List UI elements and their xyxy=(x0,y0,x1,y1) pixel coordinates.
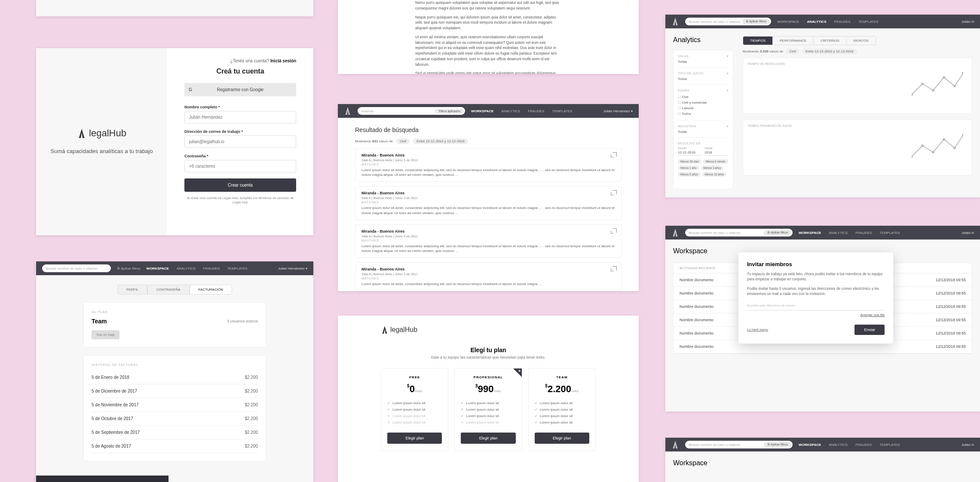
checkbox[interactable]: Laboral xyxy=(678,105,729,111)
invoice-row[interactable]: 5 de Enero de 2018$2.200 xyxy=(92,371,258,384)
filter-chip[interactable]: Civil xyxy=(786,49,799,54)
time-chip[interactable]: Menos 5 años xyxy=(678,172,701,177)
external-link-icon[interactable] xyxy=(612,190,617,194)
time-chip[interactable]: Menos 3 años xyxy=(701,166,724,170)
external-link-icon[interactable] xyxy=(612,266,617,270)
nav-templates[interactable]: TEMPLATES xyxy=(227,267,248,270)
nav-workspace[interactable]: WORKSPACE xyxy=(471,109,493,113)
dark-strip xyxy=(36,476,168,482)
nav-workspace[interactable]: WORKSPACE xyxy=(147,267,169,270)
password-input[interactable] xyxy=(184,160,296,172)
nav-analytics[interactable]: ANALYTICS xyxy=(829,231,848,235)
plan-card: TEAM$2.200/mesLorem ipsum dolor sitLorem… xyxy=(528,368,596,451)
external-link-icon[interactable] xyxy=(612,228,617,233)
logo: legalHub xyxy=(77,128,126,139)
time-chip[interactable]: Menos 1 año xyxy=(678,166,699,170)
nav-fraudes[interactable]: FRAUDES xyxy=(834,20,850,24)
tab-performance[interactable]: PERFORMANCE xyxy=(773,37,814,45)
google-signup-button[interactable]: Registrarme con Google xyxy=(184,83,296,96)
analytics-panel: Buscar nombre de caso o citación⚙ Aplica… xyxy=(665,15,980,197)
filter-chip[interactable]: Entre 12-12-2010 y 12-12-2018 xyxy=(413,138,468,144)
tab-tiempos[interactable]: TIEMPOS xyxy=(743,37,773,45)
apply-filters-button[interactable]: ⚙ Aplicar filtros xyxy=(764,230,791,235)
time-chip[interactable]: Menos 30 días xyxy=(678,159,701,164)
date-to[interactable]: 2018 xyxy=(704,150,729,156)
result-card[interactable]: Miranda - Buenos AiresSala A | Buenos Ai… xyxy=(355,224,622,258)
nav-analytics[interactable]: ANALYTICS xyxy=(177,267,196,270)
logo-icon xyxy=(671,441,679,448)
invoice-row[interactable]: 5 de Septiembre de 2017$2.200 xyxy=(92,426,258,439)
invoice-row[interactable]: 5 de Noviembre de 2017$2.200 xyxy=(92,398,258,412)
invoice-row[interactable]: 5 de Octubre de 2017$2.200 xyxy=(92,412,258,426)
user-menu[interactable]: Julián H xyxy=(962,443,974,447)
user-menu[interactable]: Julián H xyxy=(962,20,974,24)
apply-filters-button[interactable]: ⚙ Aplicar filtros xyxy=(764,442,791,447)
nav-fraudes[interactable]: FRAUDES xyxy=(855,231,872,235)
tab-facturacion[interactable]: FACTURACIÓN xyxy=(190,285,232,295)
modal-title: Invitar miembros xyxy=(747,261,885,267)
svg-point-9 xyxy=(943,138,945,141)
search-input[interactable]: mirandaFiltros aplicados xyxy=(358,107,465,115)
email-input[interactable] xyxy=(184,135,296,148)
date-from[interactable]: 12-12-2018 xyxy=(678,150,702,156)
choose-plan-button[interactable]: Elegir plan xyxy=(535,433,589,444)
time-chip[interactable]: Menos 6 meses xyxy=(703,159,728,164)
nav-templates[interactable]: TEMPLATES xyxy=(879,231,900,235)
nav-analytics[interactable]: ANALYTICS xyxy=(501,109,520,113)
invite-modal: Invitar miembros Tu espacio de trabajo y… xyxy=(738,252,893,344)
nav-analytics[interactable]: ANALYTICS xyxy=(807,20,826,24)
unsubscribe-button[interactable]: Dar de baja xyxy=(92,330,119,339)
nav-workspace[interactable]: WORKSPACE xyxy=(799,443,821,447)
search-input[interactable]: Buscar nombre de caso o citación xyxy=(42,264,111,272)
nav-fraudes[interactable]: FRAUDES xyxy=(855,443,872,447)
search-input[interactable]: Buscar nombre de caso o citación⚙ Aplica… xyxy=(685,441,793,448)
nav-templates[interactable]: TEMPLATES xyxy=(858,20,879,24)
filters-applied-pill[interactable]: Filtros aplicados xyxy=(435,109,464,114)
create-account-button[interactable]: Crear cuenta xyxy=(184,178,296,192)
nav-templates[interactable]: TEMPLATES xyxy=(879,443,900,447)
nav-fraudes[interactable]: FRAUDES xyxy=(203,267,220,270)
chevron-down-icon[interactable]: ▾ xyxy=(727,89,729,92)
chevron-down-icon[interactable]: ▾ xyxy=(727,125,729,128)
checkbox[interactable]: Todos xyxy=(678,111,729,117)
tab-perfil[interactable]: PERFIL xyxy=(117,285,147,295)
email-input[interactable]: Escribir una dirección de correo xyxy=(747,301,885,310)
search-input[interactable]: Buscar nombre de caso o citación⚙ Aplica… xyxy=(685,18,771,25)
add-row-link[interactable]: Agregar una fila xyxy=(747,313,885,317)
time-chip[interactable]: Menos 10 años xyxy=(702,172,726,177)
nav-analytics[interactable]: ANALYTICS xyxy=(829,443,848,447)
apply-filters-button[interactable]: ⚙ Aplicar filtros xyxy=(742,19,770,24)
send-button[interactable]: Enviar xyxy=(854,325,885,335)
nav-templates[interactable]: TEMPLATES xyxy=(552,109,572,113)
result-card[interactable]: Miranda - Buenos AiresSala A | Buenos Ai… xyxy=(355,262,622,291)
chevron-down-icon[interactable]: ▾ xyxy=(727,72,729,75)
result-card[interactable]: Miranda - Buenos AiresSala A | Buenos Ai… xyxy=(355,148,622,182)
choose-plan-button[interactable]: Elegir plan xyxy=(387,433,442,444)
invoice-row[interactable]: 5 de Diciembre de 2017$2.200 xyxy=(92,384,258,398)
active-users: 3 usuarios activos xyxy=(227,319,258,323)
external-link-icon[interactable] xyxy=(612,152,617,157)
apply-filters-button[interactable]: ⚙ Aplicar filtros xyxy=(117,267,141,270)
name-input[interactable] xyxy=(184,111,296,123)
user-menu[interactable]: Julián Hernández ▾ xyxy=(278,267,308,270)
user-menu[interactable]: Julián Hernández ▾ xyxy=(603,109,633,113)
tab-montos[interactable]: MONTOS xyxy=(847,37,876,45)
user-menu[interactable]: Julián H xyxy=(962,231,974,235)
signup-panel: legalHub Sumá capacidades analíticas a t… xyxy=(36,48,313,235)
chevron-down-icon[interactable]: ▾ xyxy=(727,55,729,58)
filter-chip[interactable]: Entre 12-12-2010 y 12-12-2018 xyxy=(802,49,857,54)
tab-contrasena[interactable]: CONTRASEÑA xyxy=(147,285,190,295)
checkbox[interactable]: Civil xyxy=(678,94,729,100)
nav-workspace[interactable]: WORKSPACE xyxy=(799,231,821,235)
invoice-row[interactable]: 5 de Agosto de 2017$2.200 xyxy=(92,439,258,453)
nav-fraudes[interactable]: FRAUDES xyxy=(528,109,544,113)
choose-plan-button[interactable]: Elegir plan xyxy=(461,433,515,444)
later-link[interactable]: Lo haré luego xyxy=(747,328,768,332)
nav-workspace[interactable]: WORKSPACE xyxy=(777,20,799,24)
checkbox[interactable]: Civil y comercial xyxy=(678,100,729,105)
result-card[interactable]: Miranda - Buenos AiresSala A | Buenos Ai… xyxy=(355,186,622,220)
search-input[interactable]: Buscar nombre de caso o citación⚙ Aplica… xyxy=(685,229,793,236)
login-link[interactable]: Iniciá sesión xyxy=(270,58,296,63)
tab-criterios[interactable]: CRITERIOS xyxy=(814,37,847,45)
filter-chip[interactable]: Civil xyxy=(396,138,410,144)
